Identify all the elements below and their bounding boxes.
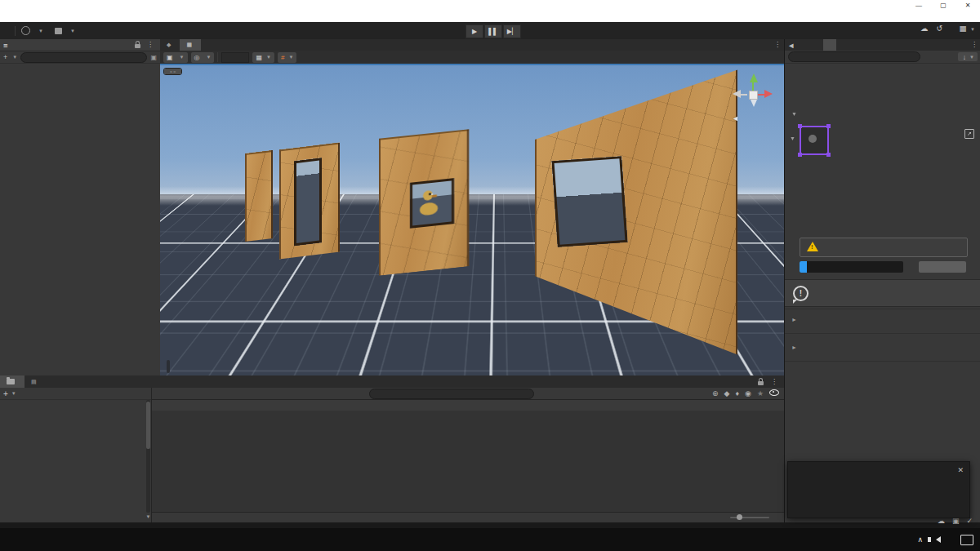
play-button[interactable]: ▶ [466, 24, 483, 38]
section-draft[interactable]: ▼ [785, 106, 808, 120]
tray-expand-icon[interactable]: ∧ [917, 535, 923, 544]
tree-scrollbar[interactable] [146, 400, 150, 513]
close-icon[interactable]: ✕ [957, 466, 964, 474]
filter-icon[interactable]: ▣ [150, 54, 157, 61]
tab-asset-store-uploader[interactable] [823, 39, 836, 51]
hierarchy-header: ≡ ⋮ [0, 39, 160, 51]
grid-icon: ▦ [256, 54, 262, 61]
wall-far [245, 150, 273, 242]
favorites-icon[interactable]: ★ [757, 389, 764, 398]
item-expander[interactable]: ▼ [790, 136, 795, 141]
hierarchy-panel: ≡ ⋮ +▼ ▣ [0, 39, 161, 375]
tab-shader-graph[interactable] [201, 39, 214, 51]
section-published[interactable]: ► [785, 312, 980, 326]
pivot-dropdown[interactable]: ▣▼ [163, 52, 188, 63]
uploader-search-input[interactable] [788, 51, 920, 62]
axis-x-cone[interactable] [764, 90, 773, 98]
maximize-button[interactable]: ▢ [931, 0, 956, 11]
tab-asset-store-validator[interactable] [810, 39, 823, 51]
lightshot-notification[interactable]: ✕ [787, 461, 970, 518]
label-icon[interactable]: ♦ [735, 389, 739, 398]
speaker-icon[interactable] [936, 536, 941, 543]
axis-y-cone[interactable] [750, 73, 758, 82]
add-object-button[interactable]: + [3, 53, 7, 61]
asset-store-menu[interactable]: ▼ [49, 28, 81, 34]
project-panel: ▤ ⋮ +▼ ▼ ⊕ ◆ ♦ ◉ [0, 375, 784, 522]
minimize-button[interactable]: — [906, 0, 931, 11]
visibility-toggle[interactable] [769, 389, 779, 398]
step-button[interactable]: ▶▏ [503, 24, 521, 38]
scroll-down-arrow[interactable]: ▼ [145, 514, 151, 522]
window-opening-large [551, 156, 627, 247]
lock-icon[interactable] [135, 44, 140, 48]
taskbar-tray: ∧ [917, 535, 980, 545]
tab-game[interactable]: ◆ [160, 39, 180, 51]
kebab-menu-icon[interactable]: ⋮ [144, 39, 157, 51]
add-asset-button[interactable]: + [3, 389, 8, 398]
uploader-tabbar: ◄ ⋮ [785, 39, 980, 51]
external-link-icon[interactable]: ↗ [964, 129, 974, 139]
overlay-drag-handle[interactable]: = = [164, 69, 181, 74]
door-opening [294, 158, 322, 246]
info-icon[interactable]: ◉ [745, 389, 751, 398]
hierarchy-search-input[interactable] [20, 52, 147, 63]
project-status-bar [152, 512, 784, 522]
kebab-menu-icon[interactable]: ⋮ [768, 376, 781, 388]
grid-size-field[interactable] [221, 52, 249, 63]
project-content-area[interactable] [152, 411, 784, 513]
section-pending-review[interactable]: ► [785, 340, 980, 353]
project-browser: ⊕ ◆ ♦ ◉ ★ [152, 388, 784, 522]
duck-dummy-dark [499, 229, 523, 251]
tab-partial[interactable] [797, 39, 810, 51]
axis-x-stem [758, 94, 764, 96]
axis-down-cone[interactable] [751, 100, 757, 107]
grid-menu[interactable]: ▦▼ [252, 52, 274, 63]
scene-view-panel: ◆ ▦ ⋮ ▣▼ ◎▼ ▦▼ #▼ [160, 39, 784, 375]
account-menu[interactable]: ▼ [16, 26, 49, 35]
hierarchy-tree [0, 63, 160, 375]
progress-bar [800, 261, 903, 273]
project-browser-toolbar: ⊕ ◆ ♦ ◉ ★ [152, 388, 784, 400]
notification-center-icon[interactable] [960, 535, 973, 545]
window-titlebar: — ▢ ✕ [0, 0, 980, 11]
toolbar-right-group: ☁ ↺ ▦ ▼ [920, 24, 975, 33]
thumbnail-size-slider[interactable] [730, 517, 769, 518]
snap-menu[interactable]: #▼ [278, 52, 296, 63]
project-folder-tree [0, 400, 145, 522]
package-thumbnail [800, 126, 829, 155]
console-tab-icon: ▤ [31, 379, 37, 385]
tab-scroll-left[interactable]: ◄ [785, 39, 797, 51]
undo-history-icon[interactable]: ↺ [936, 24, 942, 33]
pause-button[interactable]: ▌▌ [484, 24, 502, 38]
sort-dropdown[interactable]: ↓ ▼ [958, 52, 978, 61]
close-button[interactable]: ✕ [956, 0, 980, 11]
orientation-gizmo[interactable] [730, 73, 776, 119]
layout-menu[interactable]: ▦ ▼ [959, 24, 975, 33]
lock-icon[interactable] [758, 381, 764, 385]
window-controls: — ▢ ✕ [906, 0, 980, 11]
play-controls: ▶ ▌▌ ▶▏ [466, 24, 521, 38]
duck-dummy-target [420, 189, 439, 216]
kebab-menu-icon[interactable]: ⋮ [968, 39, 980, 51]
tab-scene[interactable]: ▦ [180, 39, 201, 51]
upload-progress-row [800, 261, 966, 273]
scene-tools-overlay: = = [163, 68, 182, 75]
kebab-menu-icon[interactable]: ⋮ [771, 39, 784, 51]
notification-body[interactable] [788, 479, 969, 481]
scene-viewport[interactable]: = = ◄ [160, 65, 784, 375]
handle-space-dropdown[interactable]: ◎▼ [191, 52, 215, 63]
gizmo-center-cube[interactable] [749, 91, 758, 100]
cancel-button[interactable] [919, 261, 966, 273]
draft-package-item[interactable]: ▼ ↗ [785, 124, 980, 158]
cloud-icon[interactable]: ☁ [920, 24, 929, 33]
search-by-type-icon[interactable]: ⊕ [712, 389, 719, 398]
projection-label[interactable]: ◄ [732, 114, 739, 122]
axis-z-cone[interactable] [733, 90, 741, 98]
project-search-input[interactable] [369, 389, 534, 399]
info-bubble-icon: ! [793, 286, 808, 301]
window-opening [410, 178, 454, 229]
tab-project[interactable] [0, 375, 24, 388]
hamburger-icon[interactable]: ≡ [3, 41, 8, 50]
tab-console[interactable]: ▤ [24, 375, 46, 388]
package-icon[interactable]: ◆ [724, 389, 730, 398]
